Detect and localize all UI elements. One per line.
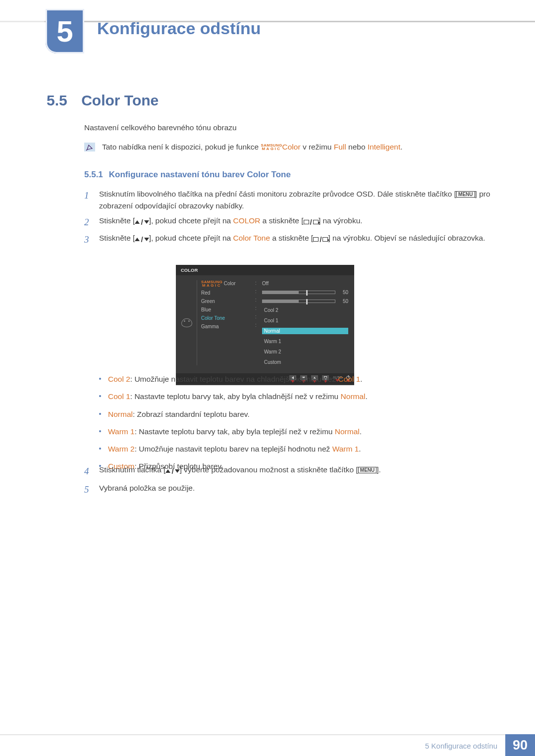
enter-icon: /	[313, 234, 328, 246]
footer-text: 5 Konfigurace odstínu	[425, 742, 497, 750]
osd-screenshot: COLOR SAMSUNGMAGIC Color Red Green Blue …	[176, 265, 354, 385]
subsection-title: Konfigurace nastavení tónu barev Color T…	[109, 170, 291, 179]
osd-item-gamma: Gamma	[201, 324, 252, 329]
note-text: Tato nabídka není k dispozici, pokud je …	[102, 143, 403, 151]
step-1: 1 Stisknutím libovolného tlačítka na pře…	[84, 188, 490, 212]
t: ] vyberte požadovanou možnost a stisknět…	[180, 465, 358, 474]
osd-title: COLOR	[176, 265, 354, 275]
note-intelligent: Intelligent	[368, 143, 400, 151]
t: a stiskněte [	[270, 234, 313, 242]
dd-opt: Cool 2	[262, 307, 348, 313]
subsection-number: 5.5.1	[84, 170, 103, 179]
val-red: 50	[339, 290, 348, 295]
note-full: Full	[334, 143, 346, 151]
t: a stiskněte [	[261, 216, 304, 225]
step-number: 2	[84, 215, 91, 229]
osd-values: Off 50 50 Cool 2 Cool 1 Normal Warm 1 Wa…	[262, 280, 348, 365]
steps-block-2: 4 Stisknutím tlačítka [/] vyberte požado…	[84, 463, 490, 501]
t: ].	[376, 465, 381, 474]
highlight-colortone: Color Tone	[233, 234, 270, 242]
dd-opt: Warm 1	[262, 338, 348, 345]
note: Tato nabídka není k dispozici, pokud je …	[84, 143, 403, 151]
up-down-icon: /	[165, 465, 179, 478]
osd-item-magic: SAMSUNGMAGIC Color	[201, 280, 252, 287]
page-number: 90	[505, 734, 535, 756]
osd-item-colortone: Color Tone	[201, 315, 252, 321]
step-3: 3 Stiskněte [/], pokud chcete přejít na …	[84, 232, 490, 247]
highlight-color: COLOR	[233, 216, 260, 225]
section-number: 5.5	[47, 92, 67, 108]
option-descriptions: Cool 2: Umožňuje nastavit teplotu barev …	[99, 373, 490, 478]
menu-button-icon: MENU	[358, 467, 376, 473]
osd-item-red: Red	[201, 290, 252, 296]
t: Stiskněte [	[99, 216, 135, 225]
t: Stisknutím libovolného tlačítka na předn…	[99, 190, 456, 198]
note-color: Color	[282, 143, 301, 151]
note-mid: v režimu	[301, 143, 334, 151]
t: Vybraná položka se použije.	[99, 484, 195, 492]
osd-labels: SAMSUNGMAGIC Color Red Green Blue Color …	[197, 280, 252, 365]
dd-opt: Custom	[262, 359, 348, 365]
step-number: 1	[84, 188, 91, 212]
t: Stiskněte [	[99, 234, 135, 242]
chapter-number-badge: 5	[46, 9, 84, 53]
bullet-warm2: Warm 2: Umožňuje nastavit teplotu barev …	[99, 443, 490, 454]
dd-opt: Warm 2	[262, 349, 348, 355]
osd-item-green: Green	[201, 299, 252, 304]
t: ] na výrobku. Objeví se následující obra…	[328, 234, 485, 242]
steps-block-1: 1 Stisknutím libovolného tlačítka na pře…	[84, 188, 490, 250]
up-down-icon: /	[135, 216, 149, 228]
note-end: .	[400, 143, 402, 151]
t: Stisknutím tlačítka [	[99, 465, 165, 474]
t: ], pokud chcete přejít na	[149, 234, 233, 242]
slider-red	[262, 291, 335, 294]
step-number: 5	[84, 482, 91, 497]
menu-button-icon: MENU	[456, 191, 475, 198]
samsung-magic-logo: SAMSUNGMAGIC	[261, 144, 282, 151]
note-or: nebo	[346, 143, 368, 151]
osd-dropdown: Cool 2 Cool 1 Normal Warm 1 Warm 2 Custo…	[262, 307, 348, 365]
t: ], pokud chcete přejít na	[149, 216, 233, 225]
bullet-warm1: Warm 1: Nastavte teplotu barvy tak, aby …	[99, 426, 490, 437]
section-header: 5.5 Color Tone	[47, 92, 159, 109]
step-number: 4	[84, 463, 91, 479]
bullet-cool2: Cool 2: Umožňuje nastavit teplotu barev …	[99, 373, 490, 385]
section-intro: Nastavení celkového barevného tónu obraz…	[84, 123, 237, 132]
t: ] na výrobku.	[319, 216, 363, 225]
bullet-normal: Normal: Zobrazí standardní teplotu barev…	[99, 408, 490, 420]
up-down-icon: /	[135, 234, 149, 246]
dd-opt: Cool 1	[262, 317, 348, 324]
bullet-cool1: Cool 1: Nastavte teplotu barvy tak, aby …	[99, 391, 490, 402]
page-footer: 5 Konfigurace odstínu 90	[0, 734, 535, 756]
val-green: 50	[339, 299, 348, 304]
osd-item-blue: Blue	[201, 307, 252, 312]
section-title: Color Tone	[81, 92, 159, 108]
step-5: 5 Vybraná položka se použije.	[84, 482, 490, 497]
subsection-header: 5.5.1Konfigurace nastavení tónu barev Co…	[84, 170, 291, 180]
slider-green	[262, 300, 335, 303]
step-number: 3	[84, 232, 91, 247]
enter-icon: /	[304, 216, 319, 228]
step-2: 2 Stiskněte [/], pokud chcete přejít na …	[84, 215, 490, 229]
step-4: 4 Stisknutím tlačítka [/] vyberte požado…	[84, 463, 490, 479]
note-icon	[84, 143, 95, 151]
note-pre: Tato nabídka není k dispozici, pokud je …	[102, 143, 261, 151]
dd-opt-selected: Normal	[262, 328, 348, 334]
palette-icon	[181, 318, 192, 327]
chapter-title: Konfigurace odstínu	[97, 19, 261, 38]
osd-val-magic: Off	[262, 281, 268, 286]
